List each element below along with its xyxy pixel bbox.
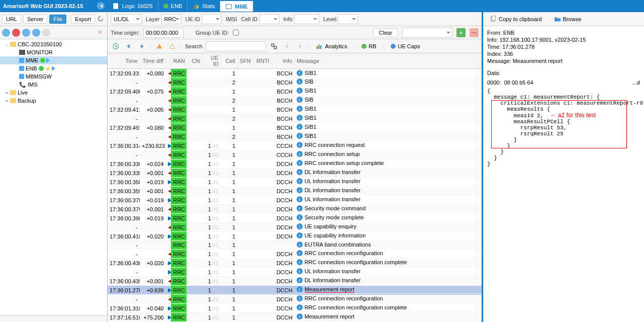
clear-button[interactable]: Clear — [373, 28, 398, 37]
col-info[interactable]: Info — [271, 53, 294, 69]
svg-rect-2 — [195, 4, 197, 9]
search-prev-icon[interactable] — [282, 41, 292, 51]
uldl-combo[interactable]: UL/DL — [111, 14, 142, 24]
table-row[interactable]: 17:36:00.418+0.020▶RRC1 #11DCCHiUE capab… — [108, 232, 482, 241]
col-time[interactable]: Time — [108, 53, 140, 69]
table-row[interactable]: 17:36:00.314+230.823▶RRC1 #11CCCHiRRC co… — [108, 141, 482, 150]
tab-enb[interactable]: ENB — [158, 0, 188, 12]
uecaps-button[interactable]: UE Caps — [387, 42, 423, 51]
tree-item-live[interactable]: +Live — [0, 89, 107, 97]
level-combo[interactable] — [338, 14, 358, 24]
warning-icon[interactable] — [154, 41, 164, 51]
tab-stats[interactable]: Stats — [188, 0, 220, 12]
info-icon: i — [297, 160, 303, 166]
preset-combo[interactable] — [402, 28, 452, 38]
table-row[interactable]: -◀RRC2BCCHiSIB — [108, 96, 482, 105]
tool-icon-1[interactable] — [2, 29, 10, 37]
table-row[interactable]: 17:36:01.318+0.040▶RRC1 #11DCCHiRRC conn… — [108, 304, 482, 313]
close-icon[interactable]: ✕ — [96, 29, 105, 36]
tree-item-enb[interactable]: ENB⚡ — [0, 64, 107, 72]
table-row[interactable]: -◀RRC1 #11DCCHiRRC connection reconfigur… — [108, 295, 482, 304]
table-row[interactable]: -◀RRC1 #11DCCHiRRC connection reconfigur… — [108, 250, 482, 259]
info-icon: i — [297, 214, 303, 220]
table-row[interactable]: -RRC1 #11iEUTRA band combinations — [108, 241, 482, 250]
collapse-sidebar-icon[interactable] — [97, 2, 105, 10]
table-row[interactable]: -◀RRC1 #11DCCHiUE capability enquiry — [108, 223, 482, 232]
table-row[interactable]: 17:32:09.491+0.080◀RRC1BCCHiSIB1 — [108, 123, 482, 132]
rb-button[interactable]: RB — [358, 42, 380, 51]
group-ueid-checkbox[interactable] — [233, 30, 239, 36]
analytics-button[interactable]: Analytics — [312, 41, 350, 51]
tree-item-mme[interactable]: MME — [0, 56, 107, 64]
table-row[interactable]: -◀RRC2BCCHiSIB1 — [108, 132, 482, 141]
warning-outline-icon[interactable] — [167, 41, 177, 51]
stop-icon[interactable] — [12, 29, 20, 37]
remove-filter-icon[interactable] — [470, 28, 479, 37]
table-row[interactable]: 17:36:00.378+0.019▶RRC1 #11DCCHiUL infor… — [108, 196, 482, 205]
layer-combo[interactable]: RRC — [161, 14, 181, 24]
file-button[interactable]: File — [49, 15, 66, 24]
table-row[interactable]: 17:32:09.331+0.080◀RRC1BCCHiSIB1 — [108, 69, 482, 78]
export-button[interactable]: Export — [71, 15, 95, 24]
tree-item-monitor[interactable]: MONITOR — [0, 48, 107, 56]
search-icon[interactable] — [269, 41, 279, 51]
table-row[interactable]: 17:37:16.518+75.200▶RRC1 #11DCCHiMeasure… — [108, 313, 482, 322]
table-row[interactable]: 17:36:00.358+0.019▶RRC1 #11DCCHiUL infor… — [108, 178, 482, 187]
ueid-combo[interactable] — [202, 14, 222, 24]
tree-item-ims[interactable]: 📞IMS — [0, 80, 107, 89]
col-rnti[interactable]: RNTI — [253, 53, 271, 69]
table-row[interactable]: -◀RRC2BCCHiSIB — [108, 78, 482, 87]
tab-logs[interactable]: Logs: 16025 — [108, 0, 158, 12]
tree-item-backup[interactable]: +Backup — [0, 97, 107, 105]
info-icon: i — [297, 106, 303, 112]
svg-rect-0 — [114, 3, 118, 9]
url-button[interactable]: URL — [2, 15, 21, 24]
table-row[interactable]: 17:32:09.406+0.075◀RRC1BCCHiSIB1 — [108, 87, 482, 96]
search-input[interactable] — [206, 41, 266, 51]
server-button[interactable]: Server — [23, 15, 47, 24]
col-message[interactable]: Message — [295, 53, 482, 69]
copy-button[interactable]: Copy to clipboard — [486, 14, 545, 24]
table-row[interactable]: 17:36:00.338+0.024▶RRC1 #11DCCHiRRC conn… — [108, 159, 482, 169]
info-combo[interactable] — [294, 14, 319, 24]
filter-bar-2: Time origin: Group UE ID: Clear + — [108, 26, 482, 39]
table-row[interactable]: 17:36:00.359+0.001◀RRC1 #11DCCHiDL infor… — [108, 187, 482, 196]
add-filter-icon[interactable]: + — [456, 28, 466, 37]
sidebar-footer-scroll[interactable] — [0, 315, 107, 322]
tab-mme[interactable]: MME — [220, 0, 253, 12]
table-row[interactable]: 17:36:00.439+0.001◀RRC1 #11DCCHiDL infor… — [108, 277, 482, 286]
table-row[interactable]: 17:36:00.398+0.019▶RRC1 #11DCCHiSecurity… — [108, 214, 482, 223]
nav-next-icon[interactable] — [137, 41, 147, 51]
tool-icon-3[interactable] — [32, 29, 40, 37]
nav-prev-icon[interactable] — [124, 41, 134, 51]
col-dir[interactable] — [166, 53, 171, 69]
table-row[interactable]: -▶RRC1 #11DCCHiUL information transfer — [108, 268, 482, 277]
log-table-wrap[interactable]: TimeTime diffRANCNUE IDCellSFNRNTIInfoMe… — [108, 53, 482, 322]
col-cell[interactable]: Cell — [221, 53, 237, 69]
table-row[interactable]: 17:36:00.438+0.020▶RRC1 #11DCCHiRRC conn… — [108, 259, 482, 268]
nav-first-icon[interactable] — [111, 41, 121, 51]
tool-icon-4[interactable] — [42, 29, 50, 37]
browse-button[interactable]: Browse — [550, 14, 585, 24]
cellid-combo[interactable] — [259, 14, 280, 24]
time-origin-input[interactable] — [143, 28, 183, 38]
table-row[interactable]: 17:36:00.339+0.001◀RRC1 #11DCCHiDL infor… — [108, 169, 482, 178]
tree-item-mbmsgw[interactable]: MBMSGW — [0, 72, 107, 80]
tree-item-cbc-2021050100[interactable]: -CBC-2021050100 — [0, 40, 107, 48]
table-row[interactable]: -◀RRC2BCCHiSIB1 — [108, 114, 482, 123]
refresh-icon[interactable] — [97, 15, 105, 23]
col-sfn[interactable]: SFN — [237, 53, 253, 69]
col-ran[interactable]: RAN — [171, 53, 187, 69]
col-cn[interactable]: CN — [187, 53, 202, 69]
col-time-diff[interactable]: Time diff — [140, 53, 166, 69]
col-ue-id[interactable]: UE ID — [202, 53, 221, 69]
detail-index: Index: 336 — [487, 50, 640, 57]
info-icon: i — [297, 259, 303, 265]
table-row[interactable]: 17:36:00.379+0.001◀RRC1 #11DCCHiSecurity… — [108, 205, 482, 214]
tool-icon-2[interactable] — [22, 29, 30, 37]
table-row[interactable]: 17:32:09.411+0.005◀RRC1BCCHiSIB1 — [108, 105, 482, 114]
table-row[interactable]: -◀RRC1 #11CCCHiRRC connection setup — [108, 150, 482, 159]
search-next-icon[interactable] — [295, 41, 305, 51]
svg-rect-1 — [194, 6, 195, 9]
table-row[interactable]: 17:36:01.278+0.839▶RRC1 #11DCCHiMeasurem… — [108, 286, 482, 295]
